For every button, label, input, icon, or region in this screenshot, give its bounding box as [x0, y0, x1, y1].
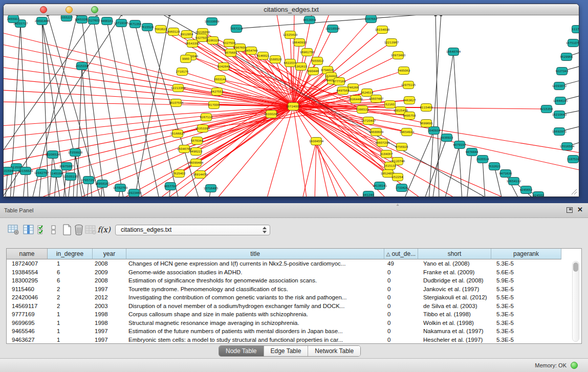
- table-cell[interactable]: 2: [48, 293, 93, 302]
- table-cell[interactable]: 1998: [93, 319, 126, 327]
- table-cell[interactable]: 19384554: [7, 268, 48, 277]
- memory-status-indicator[interactable]: [571, 362, 578, 369]
- column-header-short[interactable]: short: [418, 249, 491, 259]
- table-cell[interactable]: 1: [48, 327, 93, 336]
- table-cell[interactable]: Yano et al. (2008): [418, 259, 491, 268]
- table-cell[interactable]: Disruption of a novel member of a sodium…: [126, 302, 384, 311]
- network-edge[interactable]: [316, 141, 358, 196]
- table-cell[interactable]: 1: [48, 310, 93, 319]
- show-columns-icon[interactable]: [22, 223, 35, 236]
- network-edge[interactable]: [4, 106, 293, 126]
- table-cell[interactable]: 0: [384, 293, 418, 302]
- column-header-title[interactable]: title: [126, 249, 384, 259]
- tab-node-table[interactable]: Node Table: [219, 346, 264, 356]
- table-cell[interactable]: 14569117: [7, 302, 48, 311]
- table-cell[interactable]: Investigating the contribution of common…: [126, 293, 384, 302]
- table-cell[interactable]: Franke et al. (2009): [418, 268, 491, 277]
- table-cell[interactable]: 2: [48, 302, 93, 311]
- table-cell[interactable]: 0: [384, 302, 418, 311]
- table-cell[interactable]: Genome-wide association studies in ADHD.: [126, 268, 384, 277]
- table-cell[interactable]: 6: [48, 268, 93, 277]
- table-cell[interactable]: 0: [384, 319, 418, 327]
- table-cell[interactable]: 0: [384, 310, 418, 319]
- table-cell[interactable]: 18724007: [7, 259, 48, 268]
- scrollbar-thumb[interactable]: [573, 262, 578, 272]
- network-edge[interactable]: [191, 56, 293, 106]
- table-cell[interactable]: 6: [48, 276, 93, 285]
- network-edge[interactable]: [444, 145, 460, 196]
- table-cell[interactable]: 49: [384, 259, 418, 268]
- table-cell[interactable]: 2008: [93, 276, 126, 285]
- network-edge[interactable]: [75, 152, 82, 196]
- table-row[interactable]: 1456911722003Disruption of a novel membe…: [7, 302, 574, 311]
- table-cell[interactable]: Estimation of the future numbers of pati…: [126, 327, 384, 336]
- table-cell[interactable]: 0: [384, 285, 418, 294]
- table-cell[interactable]: 9699695: [7, 319, 48, 327]
- table-cell[interactable]: 5.9E-5: [491, 276, 561, 285]
- table-cell[interactable]: 2: [48, 285, 93, 294]
- float-panel-icon[interactable]: [567, 207, 573, 213]
- table-cell[interactable]: 5.3E-5: [491, 302, 561, 311]
- network-edge[interactable]: [315, 141, 316, 196]
- table-cell[interactable]: 18300295: [7, 276, 48, 285]
- table-cell[interactable]: 1: [48, 259, 93, 268]
- tab-edge-table[interactable]: Edge Table: [264, 346, 309, 356]
- table-row[interactable]: 1872400712008Changes of HCN gene express…: [7, 259, 574, 268]
- network-window-titlebar[interactable]: citations_edges.txt: [4, 4, 579, 15]
- table-cell[interactable]: 2012: [93, 293, 126, 302]
- table-cell[interactable]: Structural magnetic resonance image aver…: [126, 319, 384, 327]
- network-edge[interactable]: [4, 106, 293, 177]
- network-edge[interactable]: [432, 52, 453, 196]
- table-cell[interactable]: 1997: [93, 336, 126, 344]
- table-cell[interactable]: de Silva et al. (2003): [418, 302, 491, 311]
- table-mode-icon[interactable]: [7, 223, 20, 236]
- table-cell[interactable]: 1: [48, 319, 93, 327]
- table-cell[interactable]: 9777169: [7, 310, 48, 319]
- network-edge[interactable]: [13, 167, 16, 196]
- network-edge[interactable]: [293, 106, 348, 196]
- table-cell[interactable]: Tourette syndrome. Phenomenology and cla…: [126, 285, 384, 294]
- table-cell[interactable]: Nakamura et al. (1997): [418, 327, 491, 336]
- table-cell[interactable]: 5.6E-5: [491, 268, 561, 277]
- table-cell[interactable]: Dudbridge et al. (2008): [418, 276, 491, 285]
- network-edge[interactable]: [107, 21, 142, 196]
- table-cell[interactable]: 5.5E-5: [491, 293, 561, 302]
- column-header-in_degree[interactable]: in_degree: [48, 249, 93, 259]
- unselect-all-icon[interactable]: [47, 223, 60, 236]
- network-edge[interactable]: [236, 15, 446, 29]
- network-window[interactable]: citations_edges.txt 14055717208914061065…: [3, 4, 579, 197]
- table-cell[interactable]: 1: [48, 336, 93, 344]
- table-cell[interactable]: 5.3E-5: [491, 327, 561, 336]
- close-icon[interactable]: ✕: [577, 206, 583, 213]
- table-cell[interactable]: 0: [384, 276, 418, 285]
- table-select-combo[interactable]: citations_edges.txt: [115, 225, 270, 235]
- table-cell[interactable]: 9465546: [7, 327, 48, 336]
- network-edge[interactable]: [467, 152, 472, 196]
- table-cell[interactable]: 5.3E-5: [491, 259, 561, 268]
- table-cell[interactable]: Tibbo et al. (1998): [418, 310, 491, 319]
- table-cell[interactable]: 2009: [93, 268, 126, 277]
- vertical-scrollbar[interactable]: [572, 261, 579, 342]
- column-header-pagerank[interactable]: pagerank: [491, 249, 561, 259]
- table-cell[interactable]: 0: [384, 336, 418, 344]
- table-cell[interactable]: Corpus callosum shape and size in male p…: [126, 310, 384, 319]
- splitter-grip-icon[interactable]: ▵: [397, 202, 399, 207]
- table-cell[interactable]: 5.3E-5: [491, 285, 561, 294]
- network-edge[interactable]: [483, 159, 485, 196]
- network-edge[interactable]: [302, 141, 316, 196]
- table-cell[interactable]: Hescheler et al. (1997): [418, 336, 491, 344]
- table-cell[interactable]: 5.3E-5: [491, 336, 561, 344]
- table-row[interactable]: 2242004622012Investigating the contribut…: [7, 293, 574, 302]
- table-cell[interactable]: Wolkin et al. (1998): [418, 319, 491, 327]
- table-cell[interactable]: 22420046: [7, 293, 48, 302]
- network-edge[interactable]: [293, 106, 307, 196]
- table-cell[interactable]: 2003: [93, 302, 126, 311]
- network-edge[interactable]: [4, 78, 293, 106]
- table-panel-header[interactable]: ▵ Table Panel ✕: [0, 203, 588, 218]
- table-row[interactable]: 977716911998Corpus callosum shape and si…: [7, 310, 574, 319]
- function-builder-icon[interactable]: f(x): [97, 223, 111, 236]
- table-cell[interactable]: 1998: [93, 310, 126, 319]
- table-cell[interactable]: Estimation of significance thresholds fo…: [126, 276, 384, 285]
- resize-grip-icon[interactable]: [570, 188, 577, 195]
- network-edge[interactable]: [453, 52, 462, 196]
